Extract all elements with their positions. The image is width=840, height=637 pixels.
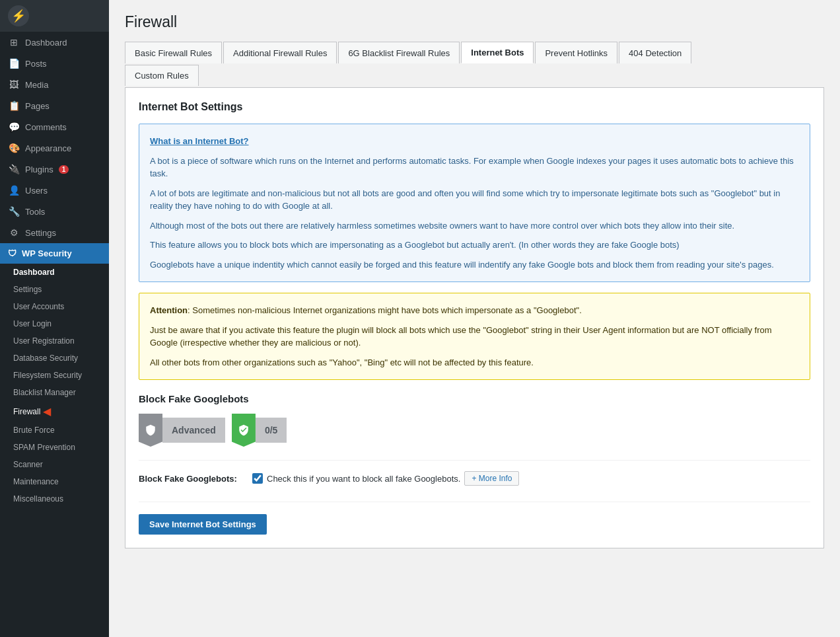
sidebar-submenu-item-user-registration[interactable]: User Registration — [0, 332, 109, 350]
wp-logo-icon: ⚡ — [8, 5, 29, 26]
media-icon: 🖼 — [8, 79, 20, 90]
settings-icon: ⚙ — [8, 227, 20, 238]
info-para-3: Although most of the bots out there are … — [150, 219, 799, 233]
tabs-row-1: Basic Firewall Rules Additional Firewall… — [125, 42, 824, 65]
plugins-icon: 🔌 — [8, 164, 20, 174]
sidebar: ⚡ ⊞ Dashboard 📄 Posts 🖼 Media 📋 Pages 💬 … — [0, 0, 109, 637]
sidebar-item-tools[interactable]: 🔧 Tools — [0, 201, 109, 222]
sidebar-item-label: Settings — [25, 228, 56, 238]
sidebar-submenu-item-user-accounts[interactable]: User Accounts — [0, 298, 109, 315]
checkbox-row: Block Fake Googlebots: Check this if you… — [139, 460, 810, 496]
sidebar-item-pages[interactable]: 📋 Pages — [0, 95, 109, 116]
plugins-badge: 1 — [59, 165, 69, 174]
warning-para-2: Just be aware that if you activate this … — [150, 324, 799, 350]
checkbox-desc: Check this if you want to block all fake… — [267, 474, 460, 484]
badge-row: Advanced 0/5 — [139, 414, 810, 447]
tab-internet-bots[interactable]: Internet Bots — [461, 42, 534, 63]
block-fake-googlebots-checkbox[interactable] — [252, 473, 263, 484]
more-info-button[interactable]: + More Info — [464, 471, 519, 486]
warning-para-3: All other bots from other organizations … — [150, 356, 799, 369]
divider — [139, 502, 810, 502]
sidebar-submenu-item-settings[interactable]: Settings — [0, 281, 109, 298]
block-section-title: Block Fake Googlebots — [139, 393, 810, 404]
page-title: Firewall — [125, 13, 824, 31]
sidebar-submenu-item-maintenance[interactable]: Maintenance — [0, 473, 109, 490]
score-badge: 0/5 — [232, 414, 287, 447]
info-para-1: A bot is a piece of software which runs … — [150, 155, 799, 180]
sidebar-submenu-item-firewall[interactable]: Firewall ◀ — [0, 401, 109, 422]
sidebar-item-label: Posts — [25, 59, 47, 69]
sidebar-submenu-item-scanner[interactable]: Scanner — [0, 456, 109, 473]
pages-icon: 📋 — [8, 100, 20, 111]
sidebar-item-label: Dashboard — [25, 38, 67, 48]
tab-basic-firewall-rules[interactable]: Basic Firewall Rules — [125, 42, 222, 63]
tab-additional-firewall-rules[interactable]: Additional Firewall Rules — [223, 42, 337, 63]
dashboard-icon: ⊞ — [8, 37, 20, 48]
sidebar-item-label: Comments — [25, 122, 67, 132]
tab-prevent-hotlinks[interactable]: Prevent Hotlinks — [535, 42, 617, 63]
sidebar-submenu-item-dashboard[interactable]: Dashboard — [0, 264, 109, 281]
warning-para-1-text: : Sometimes non-malicious Internet organ… — [188, 305, 582, 315]
appearance-icon: 🎨 — [8, 143, 20, 153]
main-content: Firewall Basic Firewall Rules Additional… — [109, 0, 840, 637]
posts-icon: 📄 — [8, 58, 20, 69]
sidebar-item-comments[interactable]: 💬 Comments — [0, 116, 109, 137]
sidebar-submenu-item-blacklist-manager[interactable]: Blacklist Manager — [0, 384, 109, 401]
sidebar-submenu-item-database-security[interactable]: Database Security — [0, 350, 109, 367]
info-link[interactable]: What is an Internet Bot? — [150, 136, 249, 146]
warning-attention: Attention — [150, 305, 188, 315]
sidebar-item-posts[interactable]: 📄 Posts — [0, 53, 109, 74]
sidebar-item-settings[interactable]: ⚙ Settings — [0, 222, 109, 243]
sidebar-submenu-item-miscellaneous[interactable]: Miscellaneous — [0, 490, 109, 507]
wp-security-icon: 🛡 — [8, 248, 17, 258]
advanced-badge: Advanced — [139, 414, 225, 447]
sidebar-item-label: Plugins — [25, 165, 53, 174]
tab-404-detection[interactable]: 404 Detection — [619, 42, 691, 63]
warning-para-1: Attention: Sometimes non-malicious Inter… — [150, 304, 799, 317]
content-area: Internet Bot Settings What is an Interne… — [125, 87, 824, 548]
advanced-ribbon-icon — [139, 414, 162, 447]
firewall-label: Firewall — [13, 407, 40, 416]
sidebar-submenu: Dashboard Settings User Accounts User Lo… — [0, 264, 109, 507]
info-box-blue: What is an Internet Bot? A bot is a piec… — [139, 124, 810, 282]
sidebar-item-dashboard[interactable]: ⊞ Dashboard — [0, 32, 109, 53]
sidebar-wp-security-label: WP Security — [22, 248, 72, 258]
info-para-5: Googlebots have a unique indentity which… — [150, 258, 799, 272]
tabs-row-2: Custom Rules — [125, 65, 824, 87]
sidebar-item-media[interactable]: 🖼 Media — [0, 74, 109, 95]
advanced-badge-label[interactable]: Advanced — [162, 418, 225, 443]
sidebar-logo[interactable]: ⚡ — [0, 0, 109, 32]
sidebar-item-label: Users — [25, 186, 48, 196]
sidebar-item-label: Tools — [25, 207, 45, 217]
users-icon: 👤 — [8, 185, 20, 196]
info-box-yellow: Attention: Sometimes non-malicious Inter… — [139, 293, 810, 380]
info-para-4: This feature allows you to block bots wh… — [150, 239, 799, 252]
sidebar-item-appearance[interactable]: 🎨 Appearance — [0, 137, 109, 159]
sidebar-item-label: Media — [25, 80, 48, 90]
save-internet-bot-settings-button[interactable]: Save Internet Bot Settings — [139, 514, 267, 535]
comments-icon: 💬 — [8, 122, 20, 132]
tools-icon: 🔧 — [8, 206, 20, 217]
sidebar-wp-security[interactable]: 🛡 WP Security — [0, 243, 109, 264]
sidebar-item-plugins[interactable]: 🔌 Plugins 1 — [0, 159, 109, 180]
firewall-arrow-icon: ◀ — [43, 405, 51, 418]
tab-6g-blacklist[interactable]: 6G Blacklist Firewall Rules — [338, 42, 460, 63]
sidebar-submenu-item-brute-force[interactable]: Brute Force — [0, 422, 109, 439]
score-badge-label: 0/5 — [256, 418, 287, 443]
section-title: Internet Bot Settings — [139, 101, 810, 113]
score-ribbon-icon — [232, 414, 256, 447]
sidebar-item-label: Pages — [25, 101, 50, 111]
sidebar-submenu-item-user-login[interactable]: User Login — [0, 315, 109, 332]
sidebar-item-label: Appearance — [25, 143, 71, 153]
checkbox-wrapper: Check this if you want to block all fake… — [252, 471, 519, 486]
sidebar-submenu-item-spam-prevention[interactable]: SPAM Prevention — [0, 439, 109, 456]
tab-custom-rules[interactable]: Custom Rules — [125, 65, 199, 86]
sidebar-submenu-item-filesystem-security[interactable]: Filesystem Security — [0, 367, 109, 384]
info-para-2: A lot of bots are legitimate and non-mal… — [150, 187, 799, 213]
sidebar-item-users[interactable]: 👤 Users — [0, 180, 109, 201]
checkbox-label: Block Fake Googlebots: — [139, 474, 244, 484]
